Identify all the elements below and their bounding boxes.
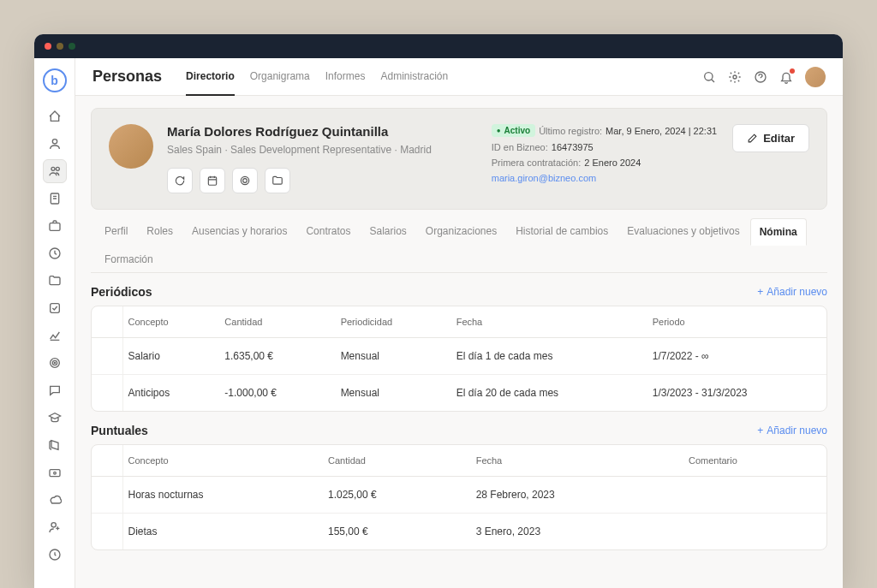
table-row[interactable]: Dietas 155,00 € 3 Enero, 2023 [92, 514, 826, 550]
cell-fecha: 3 Enero, 2023 [466, 514, 678, 550]
svg-point-14 [705, 72, 713, 80]
sidebar-documents[interactable] [43, 187, 67, 211]
subtab-nomina[interactable]: Nómina [750, 218, 807, 246]
tab-informes[interactable]: Informes [325, 58, 366, 96]
subtab-roles[interactable]: Roles [138, 218, 182, 245]
main-tabs: Directorio Organigrama Informes Administ… [186, 58, 685, 96]
punctual-add-label: Añadir nuevo [767, 425, 827, 437]
edit-button[interactable]: Editar [732, 124, 809, 152]
cell-cantidad: 1.025,00 € [318, 477, 466, 514]
profile-card: María Dolores Rodríguez Quintanilla Sale… [91, 108, 827, 210]
punctual-th-concepto: Concepto [122, 445, 318, 477]
notifications-icon[interactable] [779, 70, 793, 84]
tab-organigrama[interactable]: Organigrama [250, 58, 310, 96]
svg-point-12 [51, 523, 56, 527]
sidebar-payroll[interactable] [43, 460, 67, 484]
svg-point-0 [52, 140, 57, 144]
id-label: ID en Bizneo: [492, 142, 548, 152]
sidebar-cloud[interactable] [43, 488, 67, 512]
action-folder[interactable] [265, 168, 290, 193]
svg-point-9 [54, 362, 55, 363]
subtab-formacion[interactable]: Formación [96, 246, 162, 272]
profile-email[interactable]: maria.giron@bizneo.com [492, 173, 596, 183]
punctual-th-comentario: Comentario [678, 445, 826, 477]
maximize-window-icon[interactable] [69, 43, 75, 50]
cell-comentario [678, 477, 826, 514]
profile-meta: Activo Último registro: Mar, 9 Enero, 20… [492, 124, 717, 193]
cell-periodicidad: Mensual [331, 375, 446, 412]
subtab-ausencias[interactable]: Ausencias y horarios [183, 218, 295, 245]
svg-point-18 [241, 176, 248, 184]
periodic-add-label: Añadir nuevo [767, 286, 827, 298]
last-login-label: Último registro: [539, 126, 602, 136]
periodic-th-fecha: Fecha [446, 306, 642, 338]
cell-periodicidad: Mensual [331, 338, 446, 375]
app-logo[interactable]: b [43, 68, 67, 92]
minimize-window-icon[interactable] [57, 43, 63, 50]
punctual-th-cantidad: Cantidad [318, 445, 466, 477]
profile-name: María Dolores Rodríguez Quintanilla [167, 124, 432, 139]
sidebar-history[interactable] [43, 543, 67, 567]
subtab-historial[interactable]: Historial de cambios [507, 218, 617, 245]
action-refresh[interactable] [167, 168, 193, 193]
periodic-add-button[interactable]: + Añadir nuevo [757, 286, 827, 298]
svg-rect-17 [208, 177, 216, 185]
sidebar-clock[interactable] [43, 241, 67, 265]
table-row[interactable]: Salario 1.635,00 € Mensual El día 1 de c… [92, 338, 826, 375]
id-value: 16473975 [552, 142, 594, 152]
subtab-organizaciones[interactable]: Organizaciones [417, 218, 505, 245]
table-row[interactable]: Anticipos -1.000,00 € Mensual El día 20 … [92, 375, 826, 412]
sidebar-add-user[interactable] [43, 515, 67, 539]
first-hire-label: Primera contratación: [492, 157, 582, 168]
sidebar-briefcase[interactable] [43, 214, 67, 238]
svg-point-19 [243, 179, 248, 183]
subtab-perfil[interactable]: Perfil [96, 218, 136, 245]
svg-point-11 [53, 472, 56, 474]
punctual-title: Puntuales [91, 424, 148, 437]
punctual-add-button[interactable]: + Añadir nuevo [757, 425, 827, 437]
tab-administracion[interactable]: Administración [380, 58, 448, 96]
sidebar: b [34, 58, 75, 588]
svg-point-2 [56, 167, 59, 170]
sidebar-home[interactable] [43, 104, 67, 128]
cell-fecha: El día 20 de cada mes [446, 375, 642, 412]
subtab-contratos[interactable]: Contratos [297, 218, 359, 245]
sidebar-expenses[interactable] [43, 433, 67, 457]
first-hire-value: 2 Enero 2024 [584, 157, 641, 168]
sidebar-chat[interactable] [43, 378, 67, 402]
svg-point-15 [733, 75, 737, 79]
cell-concepto: Salario [122, 338, 214, 375]
cell-cantidad: 1.635,00 € [214, 338, 330, 375]
svg-rect-6 [50, 304, 59, 313]
sidebar-user[interactable] [43, 132, 67, 156]
titlebar [34, 34, 843, 58]
help-icon[interactable] [754, 70, 767, 84]
settings-icon[interactable] [728, 70, 742, 84]
cell-concepto: Dietas [122, 514, 318, 550]
user-avatar[interactable] [805, 67, 826, 87]
punctual-table: Concepto Cantidad Fecha Comentario Horas… [91, 444, 827, 550]
search-icon[interactable] [702, 70, 716, 84]
sidebar-check[interactable] [43, 296, 67, 320]
sidebar-folder[interactable] [43, 269, 67, 293]
sidebar-target[interactable] [43, 351, 67, 375]
periodic-table: Concepto Cantidad Periodicidad Fecha Per… [91, 306, 827, 412]
sidebar-chart[interactable] [43, 324, 67, 347]
pencil-icon [747, 133, 758, 144]
sidebar-education[interactable] [43, 406, 67, 430]
periodic-th-cantidad: Cantidad [214, 306, 330, 338]
table-row[interactable]: Horas nocturnas 1.025,00 € 28 Febrero, 2… [92, 477, 826, 514]
edit-label: Editar [763, 132, 795, 145]
subtab-salarios[interactable]: Salarios [361, 218, 415, 245]
close-window-icon[interactable] [45, 43, 51, 50]
action-calendar[interactable] [200, 168, 225, 193]
cell-concepto: Horas nocturnas [122, 477, 318, 514]
cell-fecha: El día 1 de cada mes [446, 338, 642, 375]
app-window: b Personas Directorio Orga [34, 34, 843, 588]
cell-fecha: 28 Febrero, 2023 [466, 477, 678, 514]
sidebar-people[interactable] [43, 159, 67, 183]
action-target[interactable] [232, 168, 258, 193]
subtab-evaluaciones[interactable]: Evaluaciones y objetivos [618, 218, 748, 245]
tab-directorio[interactable]: Directorio [186, 58, 235, 96]
periodic-title: Periódicos [91, 285, 152, 299]
